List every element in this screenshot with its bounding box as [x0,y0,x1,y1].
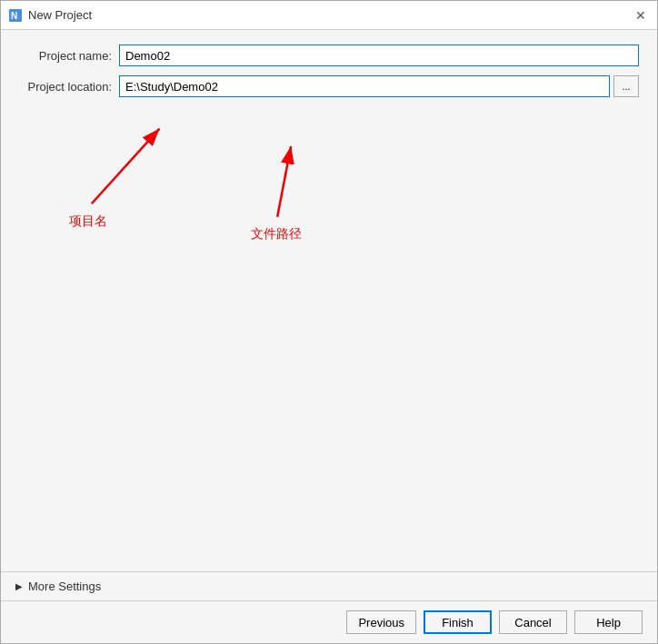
main-content: Project name: Project location: ... [1,30,657,571]
browse-button[interactable]: ... [613,75,639,97]
finish-button[interactable]: Finish [424,610,492,634]
more-settings-label: More Settings [28,580,101,593]
title-bar: N New Project ✕ [1,1,657,30]
project-name-row: Project name: [19,45,639,66]
cancel-button[interactable]: Cancel [499,610,567,634]
button-bar: Previous Finish Cancel Help [1,601,657,643]
close-button[interactable]: ✕ [632,6,650,25]
annotation-file-path: 文件路径 [251,226,302,243]
window-title: New Project [28,8,632,22]
svg-text:N: N [11,11,17,21]
more-settings-toggle[interactable]: ▶ More Settings [1,572,657,601]
annotation-arrows [19,115,639,557]
new-project-window: N New Project ✕ Project name: Project lo… [0,0,658,644]
help-button[interactable]: Help [574,610,643,634]
window-icon: N [8,8,23,23]
annotation-area: 项目名 文件路径 [19,115,639,557]
project-location-label: Project location: [19,80,119,94]
bottom-section: ▶ More Settings Previous Finish Cancel H… [1,571,657,643]
project-location-row: Project location: ... [19,75,639,97]
project-location-input[interactable] [119,75,610,97]
project-name-label: Project name: [19,49,119,63]
project-name-input[interactable] [119,45,639,66]
more-settings-arrow-icon: ▶ [15,581,23,591]
svg-line-5 [277,146,291,217]
annotation-project-name: 项目名 [69,213,107,230]
svg-line-4 [92,129,160,204]
previous-button[interactable]: Previous [346,610,416,634]
